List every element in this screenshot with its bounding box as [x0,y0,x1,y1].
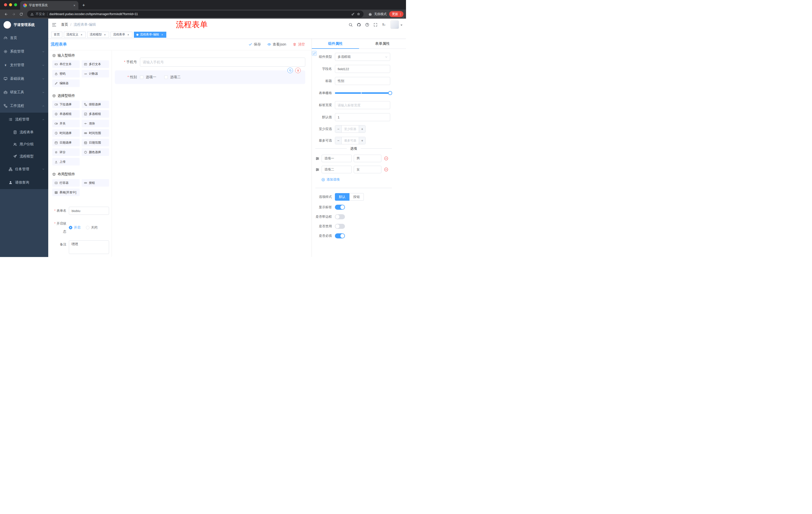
forward-button[interactable] [10,10,17,18]
component-item-multi-text[interactable]: 多行文本 [82,60,109,68]
help-icon[interactable] [363,21,371,29]
required-toggle[interactable] [335,233,345,238]
search-icon[interactable] [346,21,355,29]
window-minimize-button[interactable] [9,3,12,6]
slider-handle[interactable] [388,91,392,95]
component-item-radio-group[interactable]: 单选框组 [52,110,80,118]
canvas-field-phone[interactable]: 手机号 [115,55,305,69]
tab-close-icon[interactable]: × [72,3,76,7]
option-label-input[interactable] [322,166,352,173]
form-name-input[interactable] [69,207,109,215]
component-item-select[interactable]: 下拉选择 [52,101,80,108]
add-option-button[interactable]: 添加选项 [321,177,340,182]
option-value-input[interactable] [354,166,381,173]
decrease-button[interactable]: − [335,126,342,133]
tag-close-icon[interactable]: × [103,33,107,36]
back-button[interactable] [2,10,9,18]
label-width-input[interactable] [335,101,390,109]
field-name-input[interactable] [335,65,390,73]
show-label-toggle[interactable] [335,205,345,210]
toolbar-chevron-icon[interactable] [402,16,405,18]
link-icon[interactable] [312,51,317,56]
tag-home[interactable]: 首页 [51,32,62,38]
update-browser-button[interactable]: 更新 [389,11,404,17]
save-button[interactable]: 保存 [249,42,261,47]
disabled-toggle[interactable] [335,224,345,229]
default-value-input[interactable] [335,113,390,121]
tag-process-form-edit[interactable]: 流程表单-编辑 × [134,32,166,38]
style-button-button[interactable]: 按钮 [349,193,364,201]
tab-form-props[interactable]: 表单属性 [359,39,406,49]
remove-option-button[interactable] [384,167,388,172]
sidebar-item-process-form[interactable]: 流程表单 [0,126,48,138]
component-item-upload[interactable]: 上传 [52,158,80,165]
sidebar-item-leave-query[interactable]: 请假查询 [0,176,48,189]
component-type-select[interactable]: 多选框组 [335,53,390,61]
password-key-icon[interactable] [351,12,355,16]
increase-button[interactable]: + [359,126,365,133]
max-select-placeholder[interactable]: 最多可选 [342,137,359,144]
status-closed-radio[interactable]: 关闭 [86,225,97,230]
component-item-button[interactable]: 按钮 [82,179,109,187]
user-avatar[interactable] [390,20,399,29]
avatar-caret-icon[interactable] [401,25,403,27]
sidebar-item-devtools[interactable]: 研发工具 [0,85,48,99]
sidebar-item-task-management[interactable]: 任务管理 [0,162,48,176]
title-input[interactable] [335,77,390,85]
min-select-stepper[interactable]: − 至少应选 + [335,125,366,133]
tag-close-icon[interactable]: × [161,33,164,36]
tag-close-icon[interactable]: × [127,33,130,36]
reload-button[interactable] [18,10,25,18]
option-value-input[interactable] [354,155,381,162]
component-item-single-text[interactable]: 单行文本 [52,60,80,68]
drag-handle-icon[interactable] [315,167,320,172]
component-item-cascader[interactable]: 级联选择 [82,101,109,108]
style-default-button[interactable]: 默认 [335,193,349,201]
view-json-button[interactable]: 查看json [267,42,286,47]
font-size-icon[interactable]: TT [380,21,388,29]
canvas-field-gender[interactable]: 性别 选项一 选项二 [115,71,305,84]
delete-field-button[interactable] [295,67,301,73]
tag-close-icon[interactable]: × [80,33,83,36]
component-item-time-range[interactable]: 时间范围 [82,129,109,137]
gender-option-2-checkbox[interactable]: 选项二 [164,75,181,79]
component-item-date-range[interactable]: 日期范围 [82,139,109,146]
drag-handle-icon[interactable] [315,156,320,161]
slider-rail[interactable] [335,92,390,94]
tag-process-model[interactable]: 流程模型 × [87,32,109,38]
new-tab-button[interactable]: + [80,2,87,8]
url-text[interactable]: dashboard.yudao.iocoder.cn/bpm/manager/f… [50,12,138,16]
browser-tab[interactable]: 芋道管理系统 × [20,1,78,9]
increase-button[interactable]: + [359,137,365,144]
fullscreen-icon[interactable] [371,21,380,29]
tag-process-form[interactable]: 流程表单 × [111,32,133,38]
clear-button[interactable]: 清空 [293,42,305,47]
min-select-placeholder[interactable]: 至少应选 [342,126,359,133]
option-label-input[interactable] [322,155,352,162]
sidebar-item-process-model[interactable]: 流程模型 [0,151,48,162]
copy-field-button[interactable] [287,67,293,73]
component-item-date-picker[interactable]: 日期选择 [52,139,80,146]
component-item-switch[interactable]: 开关 [52,120,80,127]
max-select-stepper[interactable]: − 最多可选 + [335,137,366,144]
component-item-counter[interactable]: 123 计数器 [82,70,109,77]
sidebar-item-workflow[interactable]: 工作流程 [0,99,48,113]
window-close-button[interactable] [4,3,7,6]
status-open-radio[interactable]: 开启 [69,225,80,230]
github-icon[interactable] [355,21,363,29]
sidebar-item-user-group[interactable]: 用户分组 [0,138,48,151]
app-logo[interactable]: 芋道管理系统 [0,19,48,31]
component-item-color-picker[interactable]: 颜色选择 [82,148,109,156]
decrease-button[interactable]: − [335,137,342,144]
phone-input[interactable] [140,58,305,66]
gender-option-1-checkbox[interactable]: 选项一 [140,75,156,79]
address-bar[interactable]: 不安全 dashboard.yudao.iocoder.cn/bpm/manag… [27,10,364,18]
bordered-toggle[interactable] [335,214,345,219]
component-item-password[interactable]: 密码 [52,70,80,77]
component-item-checkbox-group[interactable]: 多选框组 [82,110,109,118]
component-item-table[interactable]: 表格[开发中] [52,189,80,196]
component-item-rate[interactable]: 评分 [52,148,80,156]
sidebar-item-system[interactable]: 系统管理 [0,45,48,58]
sidebar-item-infrastructure[interactable]: 基础设施 [0,72,48,85]
window-zoom-button[interactable] [14,3,17,6]
